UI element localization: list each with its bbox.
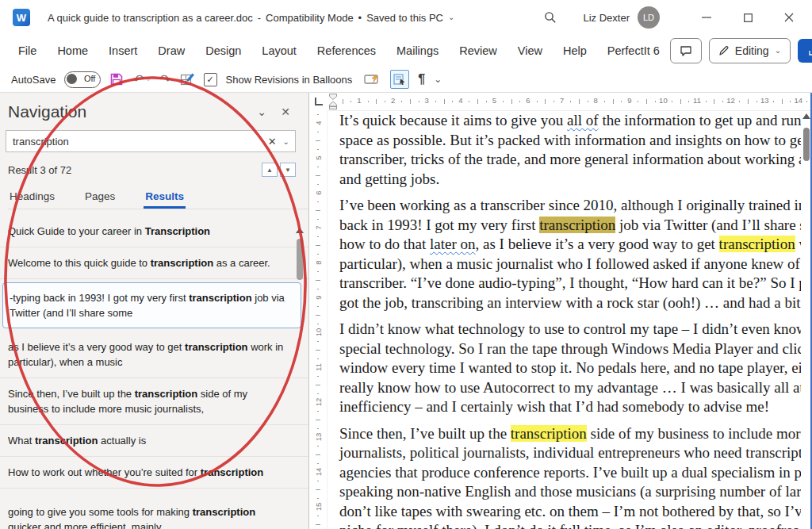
text-run: particular), when a music journalist who… <box>339 255 801 272</box>
show-formatting-marks-icon[interactable]: ¶ <box>418 72 425 86</box>
doc-scroll-up-arrow-icon[interactable] <box>802 113 810 119</box>
maximize-button[interactable] <box>734 6 761 29</box>
ruler-tick <box>452 101 453 102</box>
nav-result-item[interactable]: going to give you some tools for making … <box>0 496 308 529</box>
nav-tab-results[interactable]: Results <box>144 187 186 209</box>
editing-mode-button[interactable]: Editing ⌄ <box>709 38 791 63</box>
nav-result-item[interactable]: Welcome to this quick guide to transcrip… <box>0 247 308 279</box>
ruler-number: 7 <box>314 225 323 229</box>
quick-access-toolbar: AutoSave Off ↶⌄ ↷ ✓ Show Revisions in Ba… <box>0 67 812 93</box>
ruler-tick <box>317 341 319 342</box>
ruler-number: 12 <box>314 398 323 407</box>
menu-item-draw[interactable]: Draw <box>147 39 195 63</box>
toolbar-overflow-icon[interactable]: ⌄ <box>434 75 442 84</box>
search-highlight: transcription <box>511 425 587 442</box>
text-run: Since then, I’ve built up the <box>339 425 511 442</box>
saved-status-chevron-icon[interactable]: ⌄ <box>448 13 454 21</box>
ruler-tick <box>435 101 436 102</box>
result-count: Result 3 of 72 <box>8 164 71 176</box>
menu-item-help[interactable]: Help <box>553 39 597 63</box>
ruler-tick <box>782 99 783 104</box>
clear-search-icon[interactable]: ✕ <box>263 136 282 148</box>
track-changes-icon[interactable] <box>364 73 381 86</box>
save-icon[interactable] <box>109 72 124 86</box>
ruler-tick <box>316 385 320 385</box>
saved-status[interactable]: Saved to this PC <box>366 12 443 24</box>
tab-selector[interactable] <box>309 93 327 110</box>
search-options-chevron-icon[interactable]: ⌄ <box>282 137 289 146</box>
document-page[interactable]: It’s quick because it aims to give you a… <box>327 110 801 529</box>
title-separator: - <box>258 12 261 24</box>
ruler-tick <box>317 358 319 359</box>
redo-button[interactable]: ↷ <box>159 73 170 86</box>
ruler-tick <box>317 184 319 185</box>
results-scrollbar-thumb[interactable] <box>297 239 303 280</box>
comments-button[interactable] <box>670 38 702 63</box>
balloons-checkbox[interactable]: ✓ <box>204 73 217 86</box>
ruler-tick <box>638 101 638 102</box>
undo-button[interactable]: ↶⌄ <box>132 73 151 86</box>
nav-result-item[interactable]: Since then, I’ve built up the transcript… <box>0 378 308 425</box>
ruler-tick <box>706 101 707 102</box>
ruler-number: 13 <box>314 433 323 442</box>
vertical-ruler[interactable]: 456789101112131415 <box>309 110 327 529</box>
search-highlight: transcription <box>719 236 795 252</box>
avatar[interactable]: LD <box>638 6 660 29</box>
menu-items: FileHomeInsertDrawDesignLayoutReferences… <box>8 39 670 63</box>
menu-item-design[interactable]: Design <box>195 39 251 63</box>
share-button[interactable]: ⌄ <box>798 39 812 63</box>
menu-item-layout[interactable]: Layout <box>251 39 307 63</box>
nav-result-item[interactable]: Quick Guide to your career in Transcript… <box>0 216 308 247</box>
menu-item-file[interactable]: File <box>8 39 47 63</box>
text-run: special technology. So I ran the tape th… <box>339 340 801 357</box>
menu-item-review[interactable]: Review <box>449 39 508 63</box>
navigation-search-box[interactable]: transcription ✕ ⌄ <box>6 130 296 152</box>
autosave-toggle[interactable]: Off <box>64 71 101 88</box>
indent-markers[interactable] <box>327 93 339 110</box>
nav-result-item[interactable]: as I believe it’s a very good way to get… <box>0 332 308 378</box>
result-text: quicker and more efficient, mainly <box>8 521 161 529</box>
menu-item-mailings[interactable]: Mailings <box>386 39 449 63</box>
pane-close-icon[interactable]: ✕ <box>274 105 297 118</box>
doc-line: I didn’t know what technology to use to … <box>339 320 801 339</box>
results-scrollbar[interactable] <box>296 228 304 280</box>
document-scrollbar-thumb[interactable] <box>803 128 810 161</box>
ruler-tick <box>503 101 504 102</box>
nav-result-item[interactable]: -typing back in 1993! I got my very firs… <box>2 282 301 328</box>
next-result-button[interactable]: ▼ <box>280 163 296 177</box>
pane-options-chevron-icon[interactable]: ⌄ <box>250 105 274 118</box>
menu-item-references[interactable]: References <box>307 39 386 63</box>
menu-item-insert[interactable]: Insert <box>98 39 147 63</box>
text-run: journalists, political journalists, indi… <box>339 444 801 461</box>
ruler-tick <box>317 132 319 132</box>
ruler-tick <box>579 99 580 104</box>
compatibility-mode-label: Compatibility Mode <box>266 12 354 24</box>
toggle-knob <box>67 74 77 84</box>
nav-tab-pages[interactable]: Pages <box>83 187 117 209</box>
scroll-up-arrow-icon[interactable] <box>296 228 304 233</box>
doc-line: really know how to use Autocorrect to my… <box>339 378 801 398</box>
nav-result-item[interactable]: What transcription actually is <box>0 425 308 457</box>
document-title: A quick guide to transcription as a care… <box>48 12 454 24</box>
edit-table-icon[interactable] <box>180 72 195 86</box>
minimize-button[interactable] <box>693 6 720 29</box>
horizontal-ruler[interactable]: 1234567891011121314 <box>327 93 812 111</box>
doc-line: agencies that produce conference reports… <box>339 463 801 483</box>
previous-result-button[interactable]: ▲ <box>262 163 278 177</box>
nav-tab-headings[interactable]: Headings <box>8 187 56 209</box>
menu-item-home[interactable]: Home <box>47 39 98 63</box>
ruler-tick <box>317 463 319 464</box>
menu-item-view[interactable]: View <box>508 39 553 63</box>
ruler-tick <box>469 101 469 102</box>
user-name[interactable]: Liz Dexter <box>583 12 630 24</box>
search-term-bold: transcription <box>35 435 98 447</box>
ruler-tick <box>316 350 320 351</box>
search-input[interactable]: transcription <box>13 136 263 148</box>
close-button[interactable] <box>776 6 802 29</box>
markup-options-icon[interactable] <box>390 70 409 89</box>
search-icon[interactable] <box>538 6 562 29</box>
nav-result-item[interactable]: How to work out whether you’re suited fo… <box>0 457 308 489</box>
paragraph: It’s quick because it aims to give you a… <box>339 111 801 189</box>
document-scrollbar[interactable] <box>802 113 810 161</box>
menu-item-perfectit-6[interactable]: PerfectIt 6 <box>597 39 670 63</box>
